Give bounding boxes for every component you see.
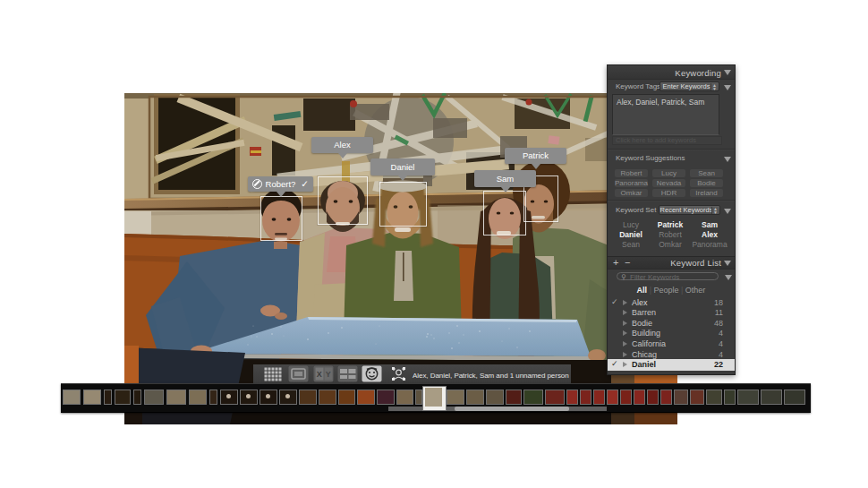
svg-text:X: X: [317, 370, 322, 379]
svg-text:Alex, Daniel, Patrick, Sam and: Alex, Daniel, Patrick, Sam and 1 unnamed…: [413, 372, 569, 380]
svg-text:Y: Y: [326, 370, 331, 379]
